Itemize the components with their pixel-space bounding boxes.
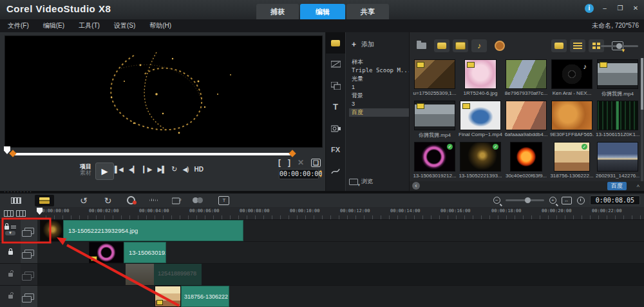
undo-icon[interactable]: ↺	[80, 195, 88, 206]
import-folder-icon[interactable]	[413, 39, 429, 52]
thumbnail-size-slider[interactable]	[601, 45, 638, 47]
duration-icon[interactable]	[577, 197, 585, 204]
track-expand-button[interactable]: ▼	[5, 231, 15, 235]
preview-timecode[interactable]: 00:00:00:00	[279, 169, 319, 179]
clip-thumbnail[interactable]	[40, 220, 63, 241]
overlay1-track-swap-button[interactable]	[21, 242, 38, 263]
zoom-slider-knob[interactable]	[525, 197, 531, 203]
media-library-icon[interactable]	[326, 32, 345, 54]
sound-mixer-icon[interactable]	[149, 197, 159, 204]
overlay2-track-content[interactable]: 125418899878	[37, 264, 644, 285]
auto-music-icon[interactable]: ♪	[172, 196, 182, 204]
play-button[interactable]: ▶	[95, 163, 114, 180]
split-clip-icon[interactable]: ✕	[298, 158, 304, 167]
view-thumbnail-icon[interactable]	[551, 39, 567, 52]
scrubber-bar[interactable]	[14, 153, 291, 155]
library-item[interactable]: u=1750255309,1...	[413, 58, 457, 99]
prev-frame-icon[interactable]: ◀▎	[129, 166, 137, 173]
library-item[interactable]: 8e79679370af7c...	[504, 58, 548, 99]
scrollbar-thumb[interactable]	[641, 58, 643, 110]
timeline-clip-overlay3[interactable]: 318756-1306222	[181, 286, 229, 307]
tab-edit[interactable]: 编辑	[300, 4, 345, 19]
video-track-content[interactable]: 13-150522213932954.jpg	[37, 220, 644, 241]
motion-path-icon[interactable]	[326, 160, 345, 181]
unlock-icon[interactable]	[8, 295, 13, 299]
help-icon[interactable]: i	[585, 4, 594, 13]
library-item[interactable]: ✓13-15063019212...	[413, 141, 457, 182]
trim-handle-end[interactable]	[289, 150, 296, 157]
minimize-icon[interactable]: –	[600, 4, 609, 13]
trim-handle-start[interactable]	[9, 150, 16, 157]
menu-settings[interactable]: 设置(S)	[114, 21, 135, 30]
record-capture-option-icon[interactable]	[127, 196, 135, 204]
timeline-clip-overlay1[interactable]: 13-150630192	[124, 242, 166, 263]
video-preview[interactable]	[5, 35, 323, 148]
zoom-out-icon[interactable]: −	[493, 197, 500, 204]
repeat-icon[interactable]: ↻	[171, 165, 176, 173]
library-item[interactable]: Final Comp~1.mp4	[459, 99, 502, 141]
mode-clip-label[interactable]: 素材	[75, 170, 91, 176]
timeline-ruler[interactable]: 00:00:00:00 00:00:02:00 00:00:04:00 00:0…	[0, 207, 644, 220]
unlock-icon[interactable]	[8, 273, 13, 277]
stepper-up-icon[interactable]: ▲	[319, 168, 323, 173]
fx-filter-icon[interactable]: FX	[326, 139, 345, 160]
gallery-item-triple-scoop[interactable]: Triple Scoop M...	[349, 66, 411, 75]
library-item[interactable]: ✓318756-1306222...	[550, 141, 594, 182]
video-track-header[interactable]: ▼	[0, 220, 21, 241]
subtitle-icon[interactable]: T	[218, 196, 229, 205]
menu-tools[interactable]: 工具(T)	[79, 21, 100, 30]
lock-icon[interactable]	[5, 226, 9, 230]
library-scrollbar[interactable]	[641, 58, 643, 184]
overlay-icon[interactable]	[326, 75, 345, 96]
volume-icon[interactable]: ◀)	[183, 166, 189, 173]
zoom-in-icon[interactable]: +	[549, 197, 556, 204]
graphics-icon[interactable]	[326, 117, 345, 139]
overlay2-track-swap-button[interactable]	[21, 264, 38, 285]
title-icon[interactable]: T	[326, 96, 345, 117]
gallery-item-samples[interactable]: 样本	[349, 58, 411, 66]
clip-thumbnail[interactable]	[155, 286, 181, 307]
track-layout-icon[interactable]	[4, 210, 14, 217]
add-gallery-button[interactable]: + 添加	[352, 40, 374, 49]
timeline-clip-video[interactable]: 13-150522213932954.jpg	[63, 220, 243, 241]
mark-out-icon[interactable]: ]	[288, 158, 290, 167]
overlay1-track-header[interactable]	[0, 242, 21, 263]
library-item[interactable]: 1RT5240-6.jpg	[459, 58, 502, 99]
gallery-item-lightray[interactable]: 光量	[349, 75, 411, 83]
gallery-item-baidu[interactable]: 百度	[349, 108, 411, 117]
overlay3-track-header[interactable]	[0, 286, 21, 307]
menu-help[interactable]: 帮助(H)	[149, 21, 171, 30]
timecode-stepper[interactable]: ▲ ▼	[319, 168, 323, 179]
collapse-icon[interactable]: ^	[637, 184, 639, 190]
lock-icon[interactable]	[8, 251, 13, 255]
overlay1-track-content[interactable]: 13-150630192	[37, 242, 644, 263]
menu-file[interactable]: 文件(F)	[8, 21, 29, 30]
transition-icon[interactable]	[326, 54, 345, 75]
tab-share[interactable]: 共享	[346, 4, 389, 19]
ripple-edit-icon[interactable]	[193, 197, 204, 204]
timeline-view-icon[interactable]	[35, 195, 54, 206]
stepper-down-icon[interactable]: ▼	[319, 173, 323, 179]
library-item[interactable]: 2602931_142276...	[596, 141, 639, 182]
back-button[interactable]: ‹	[412, 182, 420, 190]
filter-video-icon[interactable]	[434, 39, 450, 52]
timeline-zoom-slider[interactable]	[506, 199, 544, 201]
overlay2-track-header[interactable]	[0, 264, 21, 285]
library-item[interactable]: 9E30F1FF8AF565...	[550, 99, 594, 141]
filter-photo-icon[interactable]	[453, 39, 468, 52]
record-capture-icon[interactable]	[492, 39, 507, 52]
filter-audio-icon[interactable]: ♪	[471, 39, 487, 52]
library-item[interactable]: ♪Ken Arai - NEX...	[550, 58, 594, 99]
gallery-item-1[interactable]: 1	[349, 83, 411, 92]
enlarge-icon[interactable]: ❏	[311, 159, 321, 167]
library-item[interactable]: 30c40e020f63f9...	[504, 141, 548, 182]
go-end-icon[interactable]: ▶▌	[158, 166, 166, 173]
library-item[interactable]: 你拥我拥.mp4	[596, 58, 639, 99]
redo-icon[interactable]: ↻	[104, 195, 112, 206]
overlay3-track-swap-button[interactable]	[21, 286, 38, 307]
hd-toggle[interactable]: HD	[194, 166, 204, 173]
view-list-icon[interactable]	[570, 39, 585, 52]
go-start-icon[interactable]: ▌◀	[115, 166, 123, 173]
storyboard-view-icon[interactable]	[6, 195, 26, 206]
track-layout-alt-icon[interactable]	[16, 210, 26, 217]
